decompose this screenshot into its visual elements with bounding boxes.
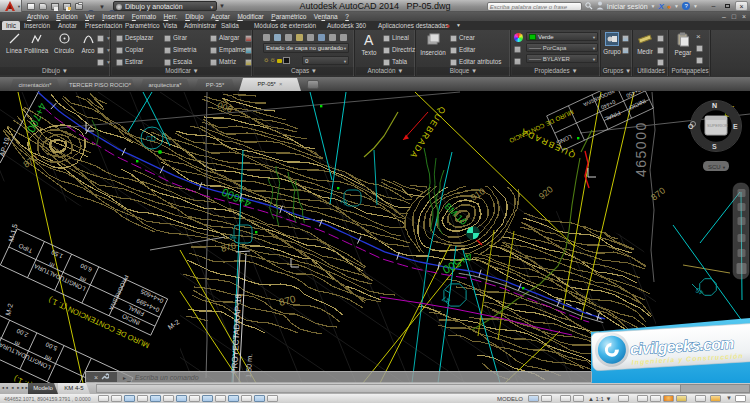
svg-text:ml: ml <box>78 275 87 284</box>
svg-text:S: S <box>712 143 717 150</box>
svg-text:2.00: 2.00 <box>15 327 29 339</box>
svg-text:1.50: 1.50 <box>50 249 64 261</box>
svg-text:E: E <box>733 123 738 130</box>
svg-text:465000: 465000 <box>633 121 649 177</box>
svg-text:PROGRESIVA: PROGRESIVA <box>108 274 130 311</box>
svg-text:6+: 6+ <box>339 198 349 207</box>
svg-text:LONG: LONG <box>555 134 573 147</box>
svg-text:ml: ml <box>43 354 52 363</box>
svg-text:910: 910 <box>469 186 487 203</box>
svg-text:47: 47 <box>440 294 451 306</box>
svg-text:FINAL: FINAL <box>603 110 621 123</box>
svg-text:870: 870 <box>220 240 237 254</box>
svg-text:CD: CD <box>146 135 156 142</box>
svg-text:QUEBRADA: QUEBRADA <box>408 105 448 161</box>
svg-text:SUPERIOR: SUPERIOR <box>707 123 728 128</box>
svg-text:5.00: 5.00 <box>44 341 58 353</box>
svg-text:M-1.5: M-1.5 <box>7 223 18 242</box>
svg-text:6.00: 6.00 <box>79 262 93 274</box>
svg-text:M-2: M-2 <box>167 318 181 331</box>
svg-text:0+450: 0+450 <box>625 91 641 99</box>
svg-text:M-2: M-2 <box>4 303 14 317</box>
svg-text:870: 870 <box>21 153 39 170</box>
svg-text:870: 870 <box>278 293 297 308</box>
svg-text:920: 920 <box>537 184 555 201</box>
svg-text:900: 900 <box>216 100 234 115</box>
svg-text:N: N <box>712 102 717 109</box>
svg-text:INICIO: INICIO <box>628 98 647 111</box>
svg-text:▼: ▼ <box>722 165 726 170</box>
svg-text:TIPO: TIPO <box>17 242 33 255</box>
svg-text:SCU: SCU <box>708 164 721 170</box>
svg-text:A: A <box>364 32 374 47</box>
svg-text:O: O <box>688 123 694 130</box>
